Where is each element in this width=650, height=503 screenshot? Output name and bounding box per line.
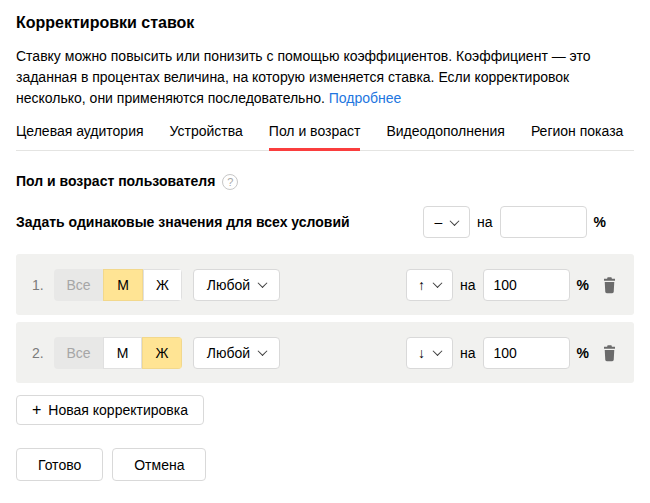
tab-gender-age[interactable]: Пол и возраст [269, 122, 361, 151]
gender-option-male[interactable]: М [103, 269, 143, 301]
section-header: Пол и возраст пользователя ? [16, 173, 634, 190]
delete-button[interactable] [601, 276, 618, 294]
chevron-down-icon [433, 278, 443, 288]
section-title: Пол и возраст пользователя [16, 173, 215, 190]
question-circle-icon[interactable]: ? [222, 174, 238, 190]
gender-option-all[interactable]: Все [54, 337, 103, 369]
coefficient-input[interactable] [483, 337, 570, 369]
age-select-value: Любой [207, 277, 250, 293]
footer-actions: Готово Отмена [16, 448, 634, 481]
description-line: заданная в процентах величина, на котору… [16, 67, 634, 88]
gender-option-all[interactable]: Все [54, 269, 103, 301]
page-title: Корректировки ставок [16, 13, 634, 33]
description-line-text: несколько, они применяются последователь… [16, 90, 325, 106]
bulk-direction-value: – [435, 214, 443, 230]
new-adjustment-label: Новая корректировка [48, 402, 188, 418]
direction-select[interactable]: ↓ [406, 337, 453, 369]
row-controls: ↓ на % [406, 337, 618, 369]
new-adjustment-button[interactable]: + Новая корректировка [16, 395, 204, 425]
description: Ставку можно повысить или понизить с пом… [16, 46, 634, 109]
bulk-value-input[interactable] [500, 206, 587, 238]
bulk-direction-select[interactable]: – [423, 206, 470, 238]
gender-option-female[interactable]: Ж [142, 337, 182, 369]
tab-bar: Целевая аудитория Устройства Пол и возра… [16, 122, 634, 151]
preposition-label: на [477, 214, 493, 230]
details-link[interactable]: Подробнее [329, 90, 402, 106]
row-number: 1. [32, 277, 46, 293]
bulk-settings-row: Задать одинаковые значения для всех усло… [16, 205, 634, 239]
percent-label: % [577, 345, 589, 361]
gender-segmented-control: Все М Ж [54, 337, 182, 369]
tab-target-audience[interactable]: Целевая аудитория [16, 122, 144, 151]
plus-icon: + [32, 402, 41, 418]
chevron-down-icon [258, 346, 268, 356]
trash-icon [601, 276, 618, 294]
tab-display-region[interactable]: Регион показа [531, 122, 623, 151]
adjustment-row: 1. Все М Ж Любой ↑ на % [16, 254, 634, 315]
percent-label: % [594, 214, 606, 230]
age-select-value: Любой [207, 345, 250, 361]
chevron-down-icon [450, 216, 460, 226]
row-controls: ↑ на % [406, 269, 618, 301]
age-select[interactable]: Любой [193, 269, 280, 301]
direction-value: ↓ [418, 345, 425, 361]
coefficient-input[interactable] [483, 269, 570, 301]
direction-select[interactable]: ↑ [406, 269, 453, 301]
tab-devices[interactable]: Устройства [170, 122, 243, 151]
bid-adjustments-panel: Корректировки ставок Ставку можно повыси… [16, 13, 634, 481]
trash-icon [601, 344, 618, 362]
adjustment-row: 2. Все М Ж Любой ↓ на % [16, 322, 634, 383]
tab-video-extensions[interactable]: Видеодополнения [386, 122, 504, 151]
gender-option-female[interactable]: Ж [143, 269, 182, 301]
bulk-controls: – на % [423, 206, 634, 238]
chevron-down-icon [433, 346, 443, 356]
gender-option-male[interactable]: М [103, 337, 142, 369]
cancel-button[interactable]: Отмена [112, 448, 206, 481]
percent-label: % [577, 277, 589, 293]
preposition-label: на [460, 277, 476, 293]
delete-button[interactable] [601, 344, 618, 362]
row-number: 2. [32, 345, 46, 361]
description-line: Ставку можно повысить или понизить с пом… [16, 46, 634, 67]
gender-segmented-control: Все М Ж [54, 269, 182, 301]
done-button[interactable]: Готово [16, 448, 103, 481]
age-select[interactable]: Любой [193, 337, 280, 369]
bulk-label: Задать одинаковые значения для всех усло… [16, 214, 350, 230]
direction-value: ↑ [418, 277, 425, 293]
preposition-label: на [460, 345, 476, 361]
description-line: несколько, они применяются последователь… [16, 88, 634, 109]
chevron-down-icon [258, 278, 268, 288]
